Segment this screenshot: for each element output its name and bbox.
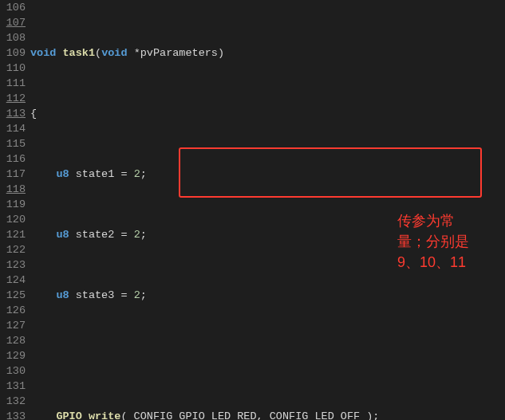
code-area[interactable]: void task1(void *pvParameters) { u8 stat… [30,0,505,420]
line-number: 130 [0,363,26,379]
line-number: 127 [0,318,26,333]
line-number: 106 [0,0,26,15]
line-number: 119 [0,197,26,212]
call-args: ( CONFIG_GPIO_LED_RED, CONFIG_LED_OFF ); [120,410,379,420]
parameter: *pvParameters [128,47,218,59]
semicolon: ; [140,229,147,241]
line-number: 132 [0,394,26,409]
var-decl: state2 = [69,229,134,241]
paren-close: ) [218,47,224,59]
type-name: u8 [56,289,69,301]
line-number-gutter: 1061071081091101111121131141151161171181… [0,0,30,420]
line-number: 116 [0,151,26,167]
type-name: u8 [56,229,69,241]
semicolon: ; [140,289,147,301]
line-number: 124 [0,273,26,288]
code-line: void task1(void *pvParameters) [30,45,505,61]
line-number: 118 [0,182,26,197]
line-number: 111 [0,76,26,91]
brace: { [30,108,37,120]
semicolon: ; [140,168,147,180]
code-line: u8 state1 = 2; [30,167,505,182]
line-number: 113 [0,106,26,121]
line-number: 128 [0,333,26,348]
line-number: 131 [0,379,26,394]
line-number: 133 [0,409,26,420]
paren-open: ( [95,47,101,59]
line-number: 123 [0,257,26,273]
var-decl: state3 = [69,289,134,301]
function-call: GPIO_write [56,410,120,420]
function-name: task1 [63,47,96,59]
type-name: u8 [56,168,69,180]
code-line: { [30,106,505,121]
line-number: 112 [0,91,26,106]
number-literal: 2 [134,168,140,180]
line-number: 110 [0,61,26,76]
line-number: 117 [0,167,26,182]
line-number: 107 [0,15,26,30]
keyword-void: void [101,47,127,59]
line-number: 109 [0,45,26,61]
number-literal: 2 [134,229,140,241]
keyword-void: void [30,47,56,59]
line-number: 129 [0,348,26,363]
number-literal: 2 [134,289,140,301]
line-number: 125 [0,288,26,303]
line-number: 114 [0,121,26,136]
code-editor[interactable]: 1061071081091101111121131141151161171181… [0,0,505,420]
line-number: 108 [0,30,26,45]
var-decl: state1 = [69,168,134,180]
line-number: 115 [0,136,26,151]
line-number: 126 [0,303,26,318]
line-number: 120 [0,212,26,227]
line-number: 122 [0,242,26,257]
code-line: GPIO_write( CONFIG_GPIO_LED_RED, CONFIG_… [30,409,505,420]
code-line: u8 state2 = 2; [30,227,505,242]
code-line [30,348,505,363]
line-number: 121 [0,227,26,242]
code-line: u8 state3 = 2; [30,288,505,303]
